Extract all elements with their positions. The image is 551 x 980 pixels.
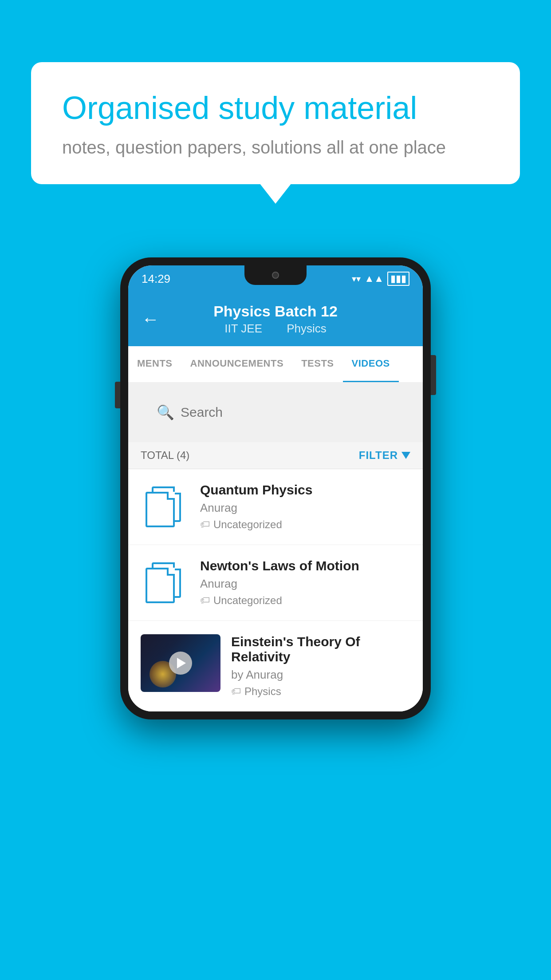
phone-screen: 14:29 ▾▾ ▲▲ ▮▮▮ ← Physics Batch 12 bbox=[128, 265, 423, 711]
item-info: Newton's Laws of Motion Anurag 🏷 Uncateg… bbox=[200, 558, 410, 607]
item-title: Newton's Laws of Motion bbox=[200, 558, 410, 573]
list-item[interactable]: Newton's Laws of Motion Anurag 🏷 Uncateg… bbox=[128, 545, 423, 621]
header-title: Physics Batch 12 bbox=[213, 303, 338, 320]
filter-button[interactable]: FILTER bbox=[359, 449, 410, 462]
item-author: by Anurag bbox=[231, 668, 410, 682]
tab-announcements[interactable]: ANNOUNCEMENTS bbox=[181, 346, 293, 382]
item-thumbnail bbox=[141, 558, 189, 607]
phone-outer: 14:29 ▾▾ ▲▲ ▮▮▮ ← Physics Batch 12 bbox=[120, 257, 431, 719]
speech-bubble-container: Organised study material notes, question… bbox=[31, 62, 520, 184]
play-button[interactable] bbox=[169, 652, 192, 675]
notch bbox=[244, 265, 307, 285]
item-tag: 🏷 Physics bbox=[231, 685, 410, 698]
item-tag: 🏷 Uncategorized bbox=[200, 518, 410, 531]
tabs-bar: MENTS ANNOUNCEMENTS TESTS VIDEOS bbox=[128, 346, 423, 383]
tag-icon: 🏷 bbox=[200, 595, 210, 606]
wifi-icon: ▾▾ bbox=[352, 273, 361, 284]
tab-tests[interactable]: TESTS bbox=[292, 346, 342, 382]
play-icon bbox=[177, 658, 186, 668]
status-bar: 14:29 ▾▾ ▲▲ ▮▮▮ bbox=[128, 265, 423, 292]
total-count: TOTAL (4) bbox=[141, 449, 189, 462]
video-list: Quantum Physics Anurag 🏷 Uncategorized bbox=[128, 469, 423, 711]
tag-label: Physics bbox=[244, 685, 281, 698]
item-video-thumbnail bbox=[141, 634, 220, 692]
camera bbox=[272, 272, 279, 279]
tag-label: Uncategorized bbox=[213, 518, 282, 531]
battery-icon: ▮▮▮ bbox=[387, 272, 409, 286]
tab-ments[interactable]: MENTS bbox=[128, 346, 181, 382]
tag-label: Uncategorized bbox=[213, 594, 282, 607]
search-bar[interactable]: 🔍 bbox=[144, 397, 407, 428]
subtitle-iit: IIT JEE bbox=[224, 322, 262, 335]
tag-icon: 🏷 bbox=[231, 686, 241, 697]
app-header: ← Physics Batch 12 IIT JEE Physics bbox=[128, 292, 423, 346]
tag-icon: 🏷 bbox=[200, 519, 210, 530]
tab-videos[interactable]: VIDEOS bbox=[343, 346, 399, 382]
item-title: Einstein's Theory Of Relativity bbox=[231, 634, 410, 664]
filter-icon bbox=[401, 452, 410, 459]
speech-bubble-subtext: notes, question papers, solutions all at… bbox=[62, 138, 489, 158]
status-icons: ▾▾ ▲▲ ▮▮▮ bbox=[352, 272, 409, 286]
item-title: Quantum Physics bbox=[200, 482, 410, 498]
item-tag: 🏷 Uncategorized bbox=[200, 594, 410, 607]
item-thumbnail bbox=[141, 482, 189, 531]
item-info: Quantum Physics Anurag 🏷 Uncategorized bbox=[200, 482, 410, 531]
list-item[interactable]: Quantum Physics Anurag 🏷 Uncategorized bbox=[128, 469, 423, 545]
phone-mockup: 14:29 ▾▾ ▲▲ ▮▮▮ ← Physics Batch 12 bbox=[120, 257, 431, 719]
status-time: 14:29 bbox=[142, 272, 170, 286]
search-icon: 🔍 bbox=[157, 404, 174, 421]
folder-icon bbox=[146, 562, 185, 603]
header-subtitle: IIT JEE Physics bbox=[219, 322, 332, 336]
speech-bubble: Organised study material notes, question… bbox=[31, 62, 520, 184]
filter-label: FILTER bbox=[359, 449, 398, 462]
item-author: Anurag bbox=[200, 501, 410, 515]
speech-bubble-heading: Organised study material bbox=[62, 89, 489, 127]
filter-bar: TOTAL (4) FILTER bbox=[128, 442, 423, 469]
item-info: Einstein's Theory Of Relativity by Anura… bbox=[231, 634, 410, 698]
list-item[interactable]: Einstein's Theory Of Relativity by Anura… bbox=[128, 621, 423, 711]
subtitle-physics: Physics bbox=[287, 322, 327, 335]
folder-icon bbox=[146, 486, 185, 527]
item-author: Anurag bbox=[200, 577, 410, 591]
signal-icon: ▲▲ bbox=[364, 273, 384, 285]
search-input[interactable] bbox=[181, 405, 394, 420]
search-bar-container: 🔍 bbox=[128, 383, 423, 442]
back-button[interactable]: ← bbox=[142, 309, 159, 329]
